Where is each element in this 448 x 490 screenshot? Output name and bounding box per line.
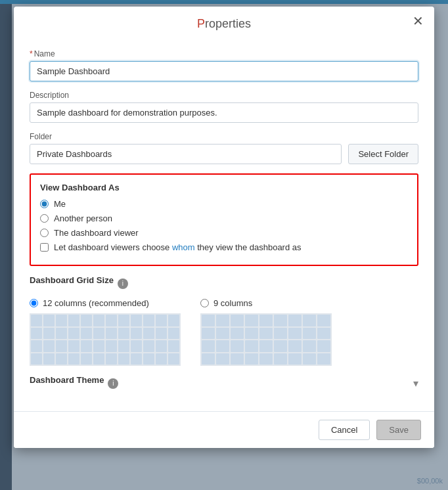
- theme-chevron-icon: ▾: [413, 377, 418, 390]
- grid-12-radio[interactable]: [30, 299, 38, 307]
- radio-viewer-group: The dashboard viewer: [40, 228, 408, 238]
- checkbox-choose[interactable]: [40, 243, 49, 252]
- grid-cell: [118, 315, 129, 326]
- name-label: *Name: [30, 49, 418, 58]
- grid-cell: [118, 353, 129, 365]
- folder-label: Folder: [30, 132, 418, 141]
- name-field-group: *Name: [30, 49, 418, 81]
- grid-cell: [168, 328, 179, 340]
- grid-cell: [259, 353, 273, 365]
- grid-cell: [118, 340, 129, 352]
- grid-cell: [68, 328, 79, 340]
- radio-me[interactable]: [40, 200, 49, 208]
- radio-viewer[interactable]: [40, 229, 49, 237]
- select-folder-button[interactable]: Select Folder: [348, 144, 418, 164]
- grid-cell: [68, 315, 79, 326]
- grid-cell: [317, 340, 330, 352]
- modal-title: Properties: [27, 17, 421, 31]
- grid-cell: [245, 315, 258, 326]
- grid-size-heading: Dashboard Grid Size: [30, 275, 114, 285]
- modal-footer: Cancel Save: [14, 411, 434, 448]
- grid-cell: [31, 353, 42, 365]
- grid-size-section: Dashboard Grid Size i 12 columns (recomm…: [30, 275, 418, 366]
- grid-cell: [56, 353, 67, 365]
- grid-cell: [131, 353, 142, 365]
- radio-me-label[interactable]: Me: [54, 199, 66, 209]
- radio-me-group: Me: [40, 199, 408, 209]
- radio-another-group: Another person: [40, 213, 408, 223]
- save-button[interactable]: Save: [376, 420, 421, 440]
- grid-cell: [118, 328, 129, 340]
- theme-heading-row: Dashboard Theme i ▾: [30, 375, 418, 391]
- grid-cell: [245, 328, 258, 340]
- modal-header: Properties: [14, 7, 434, 39]
- cancel-button[interactable]: Cancel: [319, 420, 370, 440]
- grid-9-preview: [200, 313, 332, 366]
- grid-cell: [31, 315, 42, 326]
- grid-cell: [156, 328, 167, 340]
- grid-cell: [202, 353, 215, 365]
- radio-another[interactable]: [40, 214, 49, 223]
- grid-cell: [43, 340, 55, 352]
- grid-cell: [56, 315, 67, 326]
- grid-cell: [202, 328, 215, 340]
- grid-cell: [231, 340, 244, 352]
- checkbox-choose-label[interactable]: Let dashboard viewers choose whom they v…: [54, 242, 302, 252]
- name-input[interactable]: [30, 61, 418, 81]
- grid-cell: [93, 328, 104, 340]
- grid-cell: [288, 340, 302, 352]
- grid-cell: [143, 315, 154, 326]
- grid-cell: [303, 315, 316, 326]
- grid-cell: [106, 328, 117, 340]
- grid-cell: [303, 328, 316, 340]
- grid-cell: [156, 315, 167, 326]
- grid-cell: [106, 340, 117, 352]
- grid-12-label[interactable]: 12 columns (recommended): [43, 298, 149, 308]
- radio-another-label[interactable]: Another person: [54, 213, 112, 223]
- modal-overlay: ✕ Properties *Name Description Folder: [0, 0, 448, 490]
- checkbox-choose-group: Let dashboard viewers choose whom they v…: [40, 242, 408, 252]
- grid-cell: [43, 315, 55, 326]
- grid-cell: [93, 353, 104, 365]
- grid-cell: [81, 315, 92, 326]
- grid-cell: [106, 315, 117, 326]
- grid-option-12: 12 columns (recommended): [30, 298, 181, 366]
- grid-cell: [303, 353, 316, 365]
- grid-cell: [168, 340, 179, 352]
- grid-12-preview: [30, 313, 181, 366]
- grid-9-radio[interactable]: [200, 299, 209, 307]
- grid-cell: [202, 340, 215, 352]
- theme-info-icon[interactable]: i: [108, 378, 118, 389]
- grid-cell: [274, 340, 287, 352]
- grid-cell: [143, 340, 154, 352]
- grid-cell: [31, 328, 42, 340]
- grid-cell: [81, 328, 92, 340]
- grid-cell: [245, 340, 258, 352]
- grid-cell: [317, 353, 330, 365]
- grid-cell: [68, 353, 79, 365]
- grid-cell: [259, 328, 273, 340]
- grid-12-radio-row: 12 columns (recommended): [30, 298, 149, 308]
- modal-close-button[interactable]: ✕: [409, 12, 428, 30]
- grid-cell: [288, 328, 302, 340]
- description-input[interactable]: [30, 102, 418, 123]
- grid-cell: [288, 315, 302, 326]
- grid-option-9: 9 columns: [200, 298, 332, 366]
- radio-viewer-label[interactable]: The dashboard viewer: [54, 228, 139, 238]
- whom-link: whom: [172, 242, 195, 252]
- grid-cell: [274, 315, 287, 326]
- grid-9-label[interactable]: 9 columns: [213, 298, 252, 308]
- grid-size-info-icon[interactable]: i: [118, 278, 128, 289]
- grid-9-radio-row: 9 columns: [200, 298, 252, 308]
- folder-field-group: Folder Select Folder: [30, 132, 418, 164]
- grid-cell: [288, 353, 302, 365]
- grid-cell: [317, 328, 330, 340]
- grid-cell: [259, 340, 273, 352]
- grid-cell: [317, 315, 330, 326]
- folder-input[interactable]: [30, 144, 342, 164]
- theme-heading: Dashboard Theme: [30, 375, 104, 385]
- view-dashboard-heading: View Dashboard As: [40, 183, 408, 192]
- grid-cell: [168, 315, 179, 326]
- folder-input-wrap: [30, 144, 342, 164]
- grid-cell: [274, 328, 287, 340]
